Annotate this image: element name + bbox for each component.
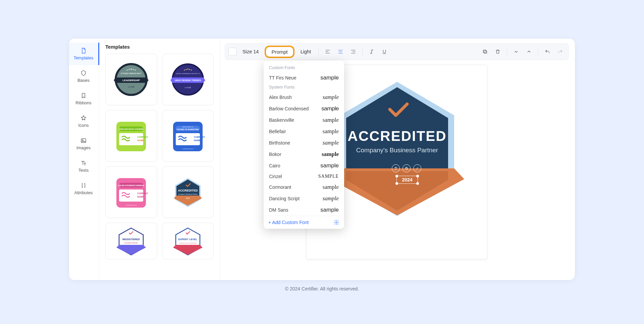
svg-text:COMPANY: COMPANY <box>137 192 148 195</box>
sidebar-item-icons[interactable]: Icons <box>69 110 99 132</box>
font-size-button[interactable]: Size 14 <box>239 47 262 56</box>
svg-rect-66 <box>406 168 408 170</box>
bookmark-icon <box>80 92 87 99</box>
svg-text:PARTICIPANT OF: PARTICIPANT OF <box>182 126 194 128</box>
add-custom-font-button[interactable]: + Add Custom Font <box>268 220 309 225</box>
ctx-delete-icon[interactable] <box>392 164 400 172</box>
template-english[interactable]: ENGLISH B1/V1 COURSE COMPANY NAME <box>105 110 157 162</box>
svg-point-21 <box>187 68 188 69</box>
gear-icon[interactable] <box>333 219 339 225</box>
font-option[interactable]: DM Sanssample <box>264 204 344 216</box>
redo-icon[interactable] <box>555 47 565 57</box>
svg-text:▸ YOUR: ▸ YOUR <box>128 86 135 88</box>
underline-icon[interactable] <box>379 47 389 57</box>
panel-title: Templates <box>105 44 214 50</box>
sidebar-item-ribbons[interactable]: Ribbons <box>69 88 99 110</box>
svg-text:ONLINE EXPERIENCE WEBINAR: ONLINE EXPERIENCE WEBINAR <box>118 184 144 186</box>
svg-text:certificateaward.url: certificateaward.url <box>125 204 137 206</box>
svg-rect-59 <box>484 51 487 53</box>
svg-text:UI/UX DESIGN TRENDS: UI/UX DESIGN TRENDS <box>175 79 201 82</box>
font-family-button[interactable]: Prompt <box>265 46 294 58</box>
align-center-icon[interactable] <box>335 47 345 57</box>
font-option[interactable]: Cinzelsample <box>264 171 344 181</box>
sidebar-item-attributes[interactable]: Attributes <box>69 177 99 200</box>
svg-marker-58 <box>173 245 203 255</box>
font-option[interactable]: Birthstonesample <box>264 137 344 149</box>
sidebar-item-images[interactable]: Images <box>69 132 99 155</box>
trash-icon[interactable] <box>493 47 503 57</box>
font-option[interactable]: TT Firs Neuesample <box>264 72 344 84</box>
font-dropdown: Custom Fonts TT Firs Neuesample System F… <box>264 61 344 229</box>
sidebar-item-label: Images <box>76 145 91 150</box>
svg-point-9 <box>129 69 130 70</box>
chevron-up-icon[interactable] <box>524 47 534 57</box>
chevron-down-icon[interactable] <box>511 47 521 57</box>
svg-point-23 <box>191 70 192 71</box>
badge-subtitle: Company's Business Partner <box>356 147 438 154</box>
badge-title: ACCREDITED <box>347 128 446 144</box>
svg-text:VISITED CONFERENCE DEVOTED TO: VISITED CONFERENCE DEVOTED TO <box>176 73 200 74</box>
sidebar-item-bases[interactable]: Bases <box>69 65 99 88</box>
templates-panel: Templates ATTENDED WEBINAR ABOUT LEADERS… <box>99 39 220 280</box>
svg-text:NAME: NAME <box>137 196 144 198</box>
undo-icon[interactable] <box>542 47 552 57</box>
svg-text:ACCREDITED: ACCREDITED <box>178 189 198 192</box>
template-leadership[interactable]: ATTENDED WEBINAR ABOUT LEADERSHIP ▸ YOUR <box>105 54 157 105</box>
template-uiux[interactable]: VISITED CONFERENCE DEVOTED TO UI/UX DESI… <box>162 54 214 105</box>
selection-context-tools <box>392 164 421 172</box>
svg-point-12 <box>135 70 136 71</box>
svg-point-22 <box>189 69 190 70</box>
align-left-icon[interactable] <box>323 47 333 57</box>
svg-marker-54 <box>116 245 146 255</box>
svg-text:ATTENDED WEBINAR ABOUT: ATTENDED WEBINAR ABOUT <box>121 73 142 74</box>
canvas-area: Size 14 Prompt Light <box>220 39 575 280</box>
sidebar: Templates Bases Ribbons Icons Images Tex… <box>69 39 99 280</box>
selected-text-year[interactable]: 2024 <box>396 176 418 184</box>
sidebar-item-templates[interactable]: Templates <box>69 43 99 65</box>
sidebar-item-label: Templates <box>73 55 93 60</box>
sidebar-item-label: Icons <box>78 123 89 128</box>
font-section-custom: Custom Fonts <box>264 64 344 72</box>
svg-rect-67 <box>406 167 408 169</box>
svg-point-1 <box>82 140 83 141</box>
image-icon <box>80 137 87 144</box>
svg-text:NAME: NAME <box>137 139 144 142</box>
svg-text:● YOUR: ● YOUR <box>184 87 191 89</box>
star-icon <box>80 115 87 121</box>
font-option[interactable]: Bellefairsample <box>264 126 344 137</box>
svg-text:Association Member: Association Member <box>124 242 138 244</box>
font-section-system: System Fonts <box>264 84 344 92</box>
font-weight-button[interactable]: Light <box>297 47 314 56</box>
ctx-edit-icon[interactable] <box>413 164 421 172</box>
svg-text:NAME: NAME <box>194 139 201 142</box>
font-option[interactable]: Barlow Condensedsample <box>264 103 344 114</box>
font-option[interactable]: Dancing Scriptsample <box>264 193 344 204</box>
svg-point-61 <box>336 222 337 223</box>
svg-point-10 <box>130 68 132 70</box>
svg-text:COMPANY: COMPANY <box>194 136 205 138</box>
italic-icon[interactable] <box>367 47 377 57</box>
template-marketing[interactable]: PARTICIPANT OF FUTURE OF MARKETING COMPA… <box>162 110 214 162</box>
svg-point-19 <box>184 70 185 71</box>
template-accredited[interactable]: ACCREDITED Company's Business Partner 20… <box>162 166 214 218</box>
font-option[interactable]: Cairosample <box>264 160 344 171</box>
align-right-icon[interactable] <box>348 47 358 57</box>
app-window: Templates Bases Ribbons Icons Images Tex… <box>69 39 575 280</box>
sidebar-item-label: Texts <box>78 168 89 173</box>
template-expert[interactable]: EXPERT LEVEL Customer Success Specialist <box>162 223 214 260</box>
template-online-exp[interactable]: ONLINE EXPERIENCE WEBINAR COMPANY NAME c… <box>105 166 157 218</box>
copy-icon[interactable] <box>480 47 490 57</box>
font-option[interactable]: Bokorsample <box>264 149 344 160</box>
font-option[interactable]: Cormorantsample <box>264 181 344 193</box>
template-registered[interactable]: REGISTERED Association Member <box>105 223 157 260</box>
svg-text:REGISTERED: REGISTERED <box>122 238 140 241</box>
sidebar-item-label: Bases <box>77 78 90 83</box>
sidebar-item-texts[interactable]: Texts <box>69 155 99 177</box>
badge-accredited[interactable]: ACCREDITED Company's Business Partner <box>330 78 464 226</box>
font-option[interactable]: Baskervvillesample <box>264 114 344 126</box>
color-swatch[interactable] <box>228 48 236 56</box>
svg-text:Company's Business Partner: Company's Business Partner <box>178 194 198 195</box>
ctx-copy-icon[interactable] <box>402 164 411 172</box>
font-option[interactable]: Alex Brushsample <box>264 92 344 103</box>
sidebar-item-label: Ribbons <box>75 100 92 105</box>
